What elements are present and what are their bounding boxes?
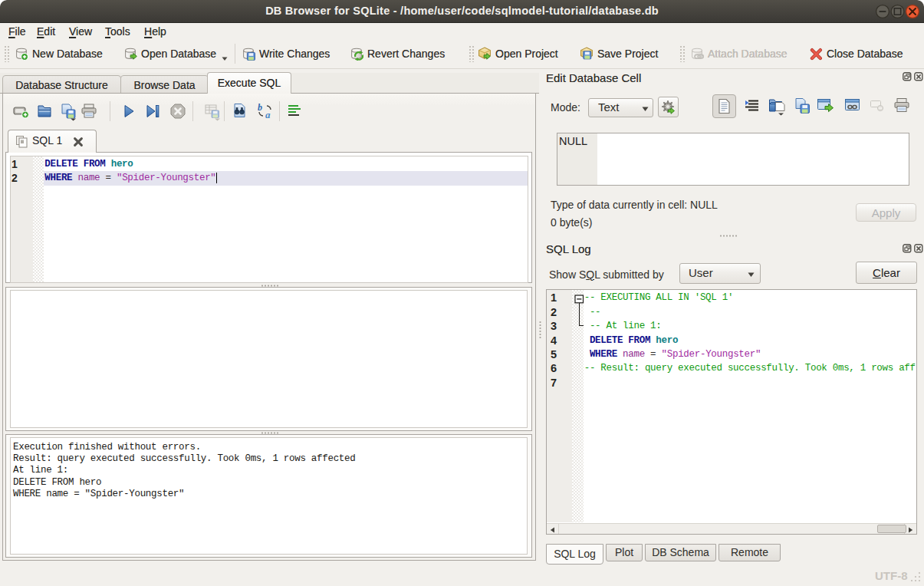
svg-text:b: b	[258, 103, 262, 113]
svg-text:a: a	[265, 109, 271, 120]
